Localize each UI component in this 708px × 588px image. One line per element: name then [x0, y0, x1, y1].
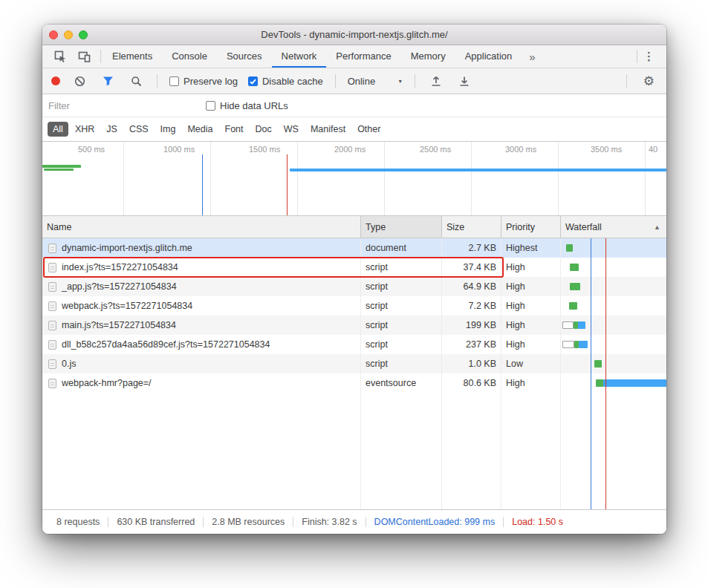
tab-console[interactable]: Console: [162, 45, 217, 68]
tab-network[interactable]: Network: [272, 45, 327, 68]
devtools-window: DevTools - dynamic-import-nextjs.glitch.…: [42, 24, 666, 534]
request-name: _app.js?ts=1572271054834: [62, 281, 177, 292]
type-filter-xhr[interactable]: XHR: [70, 122, 100, 137]
more-tabs-button[interactable]: »: [522, 45, 542, 68]
type-filter-ws[interactable]: WS: [279, 122, 304, 137]
devtools-menu-icon[interactable]: ⋮: [639, 45, 659, 68]
status-item: DOMContentLoaded: 999 ms: [366, 517, 504, 527]
waterfall-bar-green: [594, 360, 602, 368]
type-filter-other[interactable]: Other: [352, 122, 386, 137]
clear-icon[interactable]: [71, 72, 88, 90]
overview-tick-label: 40: [649, 145, 657, 154]
tab-strip: ElementsConsoleSourcesNetworkPerformance…: [103, 45, 522, 68]
table-header: Name Type Size Priority Waterfall ▲: [42, 216, 666, 238]
tab-application[interactable]: Application: [455, 45, 522, 68]
export-har-icon[interactable]: [455, 72, 473, 90]
column-header-type[interactable]: Type: [361, 216, 442, 238]
settings-gear-icon[interactable]: ⚙: [639, 74, 659, 89]
filter-bar: Hide data URLs: [42, 94, 666, 117]
request-waterfall: [561, 335, 666, 354]
request-waterfall: [561, 354, 666, 373]
column-header-priority-label: Priority: [506, 222, 535, 232]
divider: [335, 74, 336, 88]
overview-tick-label: 500 ms: [78, 145, 105, 154]
tab-sources[interactable]: Sources: [217, 45, 272, 68]
disable-cache-toggle[interactable]: Disable cache: [248, 76, 323, 87]
request-type: script: [361, 354, 442, 373]
table-row[interactable]: _app.js?ts=1572271054834 script 64.9 KB …: [42, 277, 666, 296]
column-header-name-label: Name: [47, 222, 71, 232]
hide-data-urls-toggle[interactable]: Hide data URLs: [206, 100, 288, 111]
filter-input[interactable]: [48, 100, 206, 111]
overview[interactable]: 500 ms1000 ms1500 ms2000 ms2500 ms3000 m…: [42, 142, 666, 216]
name-cell: index.js?ts=1572271054834: [42, 258, 361, 277]
overview-load-line: [287, 154, 288, 215]
request-type: eventsource: [361, 373, 442, 393]
filter-icon[interactable]: [99, 72, 117, 90]
import-har-icon[interactable]: [427, 72, 445, 90]
request-size: 7.2 KB: [442, 296, 501, 316]
type-filter-media[interactable]: Media: [182, 122, 218, 137]
waterfall-bar-green: [570, 283, 580, 290]
type-filter-img[interactable]: Img: [155, 122, 181, 137]
request-waterfall: [561, 258, 666, 277]
minimize-window-button[interactable]: [64, 30, 73, 39]
inspect-element-icon[interactable]: [51, 48, 69, 65]
type-filter-manifest[interactable]: Manifest: [305, 122, 351, 137]
preserve-log-toggle[interactable]: Preserve log: [169, 76, 238, 87]
name-cell: webpack.js?ts=1572271054834: [42, 296, 361, 316]
search-icon[interactable]: [127, 72, 145, 90]
status-item: 2.8 MB resources: [203, 517, 293, 527]
type-filter-doc[interactable]: Doc: [250, 122, 277, 137]
table-row[interactable]: index.js?ts=1572271054834 script 37.4 KB…: [42, 258, 666, 277]
table-row[interactable]: dynamic-import-nextjs.glitch.me document…: [42, 238, 666, 258]
column-header-waterfall[interactable]: Waterfall ▲: [561, 216, 666, 238]
type-filter-all[interactable]: All: [48, 122, 68, 137]
file-icon: [48, 244, 56, 253]
column-header-priority[interactable]: Priority: [501, 216, 561, 238]
type-filter-font[interactable]: Font: [220, 122, 249, 137]
overview-gridline: [384, 142, 385, 215]
overview-gridline: [558, 142, 559, 215]
name-cell: dynamic-import-nextjs.glitch.me: [42, 238, 361, 258]
overview-tick-label: 1000 ms: [163, 145, 195, 154]
hide-data-urls-checkbox[interactable]: [206, 101, 215, 111]
status-item: 8 requests: [48, 517, 108, 527]
type-filter-css[interactable]: CSS: [124, 122, 154, 137]
column-header-size[interactable]: Size: [442, 216, 501, 238]
overview-gridline: [297, 142, 298, 215]
window-controls: [49, 30, 88, 39]
table-row[interactable]: webpack.js?ts=1572271054834 script 7.2 K…: [42, 296, 666, 316]
table-row[interactable]: dll_b58c257da4aa56d89cef.js?ts=157227105…: [42, 335, 666, 354]
waterfall-bar-green: [566, 244, 573, 252]
waterfall-bar-green: [596, 379, 603, 387]
tab-memory[interactable]: Memory: [401, 45, 455, 68]
record-button[interactable]: [51, 76, 60, 85]
type-filter-js[interactable]: JS: [101, 122, 123, 137]
name-cell: main.js?ts=1572271054834: [42, 316, 361, 335]
zoom-window-button[interactable]: [79, 30, 88, 39]
table-row[interactable]: webpack-hmr?page=/ eventsource 80.6 KB H…: [42, 373, 666, 393]
throttling-select[interactable]: Online ▼: [348, 76, 403, 87]
preserve-log-checkbox[interactable]: [169, 76, 179, 86]
table-row[interactable]: main.js?ts=1572271054834 script 199 KB H…: [42, 316, 666, 335]
request-type: script: [361, 316, 442, 335]
overview-bar: [42, 165, 81, 168]
close-window-button[interactable]: [49, 30, 58, 39]
window-title: DevTools - dynamic-import-nextjs.glitch.…: [42, 29, 666, 40]
table-row[interactable]: 0.js script 1.0 KB Low: [42, 354, 666, 373]
sort-ascending-icon: ▲: [654, 223, 660, 231]
disable-cache-label: Disable cache: [262, 76, 323, 87]
tab-performance[interactable]: Performance: [326, 45, 400, 68]
tab-elements[interactable]: Elements: [103, 45, 162, 68]
waterfall-bar-blue: [579, 341, 588, 348]
overview-gridline: [645, 142, 646, 215]
disable-cache-checkbox[interactable]: [248, 76, 258, 86]
request-priority: High: [501, 373, 561, 393]
device-toolbar-icon[interactable]: [75, 48, 93, 65]
request-name: webpack-hmr?page=/: [62, 378, 152, 388]
request-name: webpack.js?ts=1572271054834: [62, 301, 192, 311]
divider: [100, 50, 101, 63]
column-header-name[interactable]: Name: [42, 216, 361, 238]
column-header-size-label: Size: [446, 222, 464, 232]
